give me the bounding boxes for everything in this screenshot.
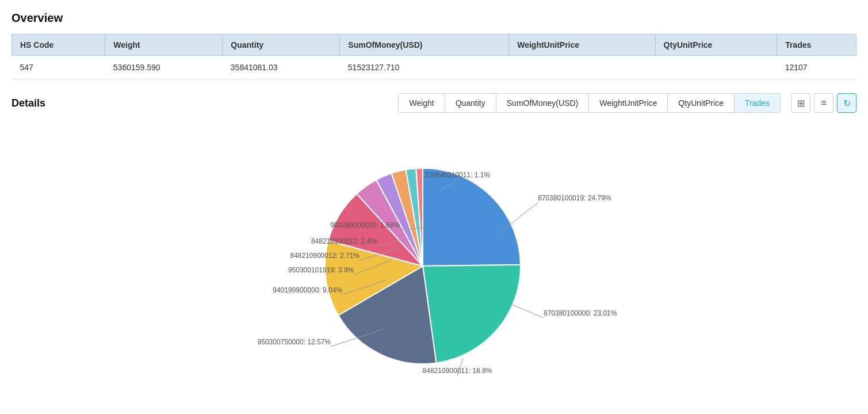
tab-trades[interactable]: Trades <box>735 94 780 112</box>
list-view-button[interactable]: ≡ <box>814 93 833 113</box>
col-header-hs-code: HS Code <box>12 35 105 56</box>
pie-slice-870380100019 <box>423 168 521 266</box>
svg-text:940199900000: 9.04%: 940199900000: 9.04% <box>273 286 342 294</box>
pie-chart-svg: 870380100019: 24.79%870380100000: 23.01%… <box>233 134 636 398</box>
col-header-weight-unit-price: WeightUnitPrice <box>509 35 655 56</box>
details-title: Details <box>12 97 45 109</box>
overview-table: HS Code Weight Quantity SumOfMoney(USD) … <box>12 34 856 79</box>
svg-line-2 <box>509 303 544 318</box>
svg-text:848210100012: 2.4%: 848210100012: 2.4% <box>311 237 376 245</box>
svg-text:903289000000: 1.68%: 903289000000: 1.68% <box>330 221 400 229</box>
details-header: Details WeightQuantitySumOfMoney(USD)Wei… <box>12 93 856 113</box>
svg-text:950300101919: 3.9%: 950300101919: 3.9% <box>288 266 353 274</box>
tab-weight[interactable]: Weight <box>399 94 445 112</box>
col-header-weight: Weight <box>105 35 223 56</box>
tab-group: WeightQuantitySumOfMoney(USD)WeightUnitP… <box>398 93 781 113</box>
col-header-trades: Trades <box>777 35 856 56</box>
icon-group: ⊞ ≡ ↻ <box>791 93 856 113</box>
overview-title: Overview <box>12 12 856 25</box>
pie-slice-870380100000 <box>423 265 521 363</box>
col-header-sum-of-money: SumOfMoney(USD) <box>340 35 509 56</box>
tab-sumofmoney-usd-[interactable]: SumOfMoney(USD) <box>496 94 589 112</box>
col-header-qty-unit-price: QtyUnitPrice <box>655 35 777 56</box>
details-section: Details WeightQuantitySumOfMoney(USD)Wei… <box>12 93 856 410</box>
svg-text:950300750000: 12.57%: 950300750000: 12.57% <box>257 338 331 346</box>
svg-text:870380100019: 24.79%: 870380100019: 24.79% <box>538 194 611 202</box>
svg-text:848210900012: 2.71%: 848210900012: 2.71% <box>290 252 360 260</box>
table-view-button[interactable]: ⊞ <box>791 93 810 113</box>
refresh-button[interactable]: ↻ <box>837 93 856 113</box>
tab-qtyunitprice[interactable]: QtyUnitPrice <box>668 94 735 112</box>
tab-weightunitprice[interactable]: WeightUnitPrice <box>589 94 668 112</box>
chart-container: 870380100019: 24.79%870380100000: 23.01%… <box>12 122 856 410</box>
table-row: 5475360159.59035841081.0351523127.710121… <box>12 56 856 79</box>
svg-text:848210900011: 18.8%: 848210900011: 18.8% <box>422 367 492 375</box>
svg-text:870380100000: 23.01%: 870380100000: 23.01% <box>544 309 617 317</box>
tab-quantity[interactable]: Quantity <box>445 94 496 112</box>
col-header-quantity: Quantity <box>223 35 340 56</box>
svg-text:220840310011: 1.1%: 220840310011: 1.1% <box>424 171 490 179</box>
